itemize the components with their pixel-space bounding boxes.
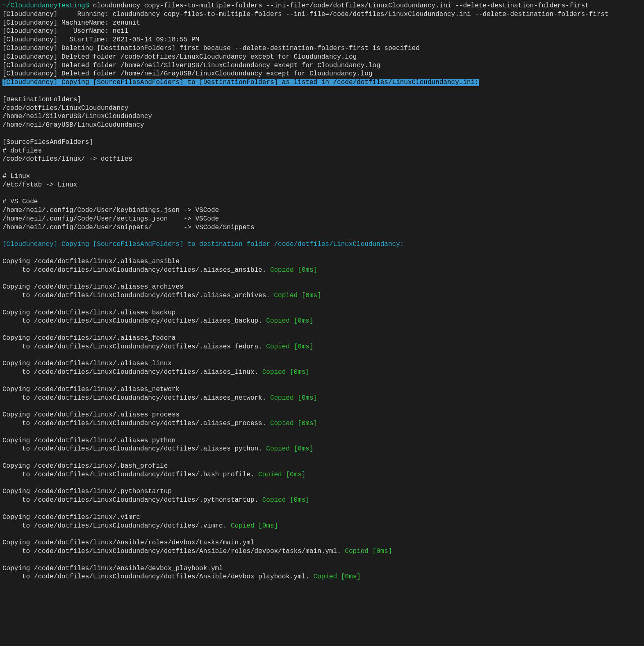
copy-header: [Cloudundancy] Copying [SourceFilesAndFo… (2, 241, 404, 248)
copy-result: Copied [0ms] (262, 368, 309, 376)
log-line: [Cloudundancy] MachineName: zenunit (2, 19, 140, 27)
log-line: [Cloudundancy] Deleted folder /code/dotf… (2, 53, 357, 61)
prompt-path: ~/CloudundancyTesting (2, 2, 85, 9)
copy-result: Copied [0ms] (274, 292, 321, 299)
log-line: /code/dotfiles/LinuxCloudundancy (2, 105, 128, 112)
log-line: [Cloudundancy] Deleted folder /home/neil… (2, 70, 373, 77)
log-line: /home/neil/.config/Code/User/settings.js… (2, 215, 219, 223)
log-line: [Cloudundancy] Deleted folder /home/neil… (2, 62, 380, 69)
copy-result: Copied [0ms] (258, 471, 305, 478)
copy-result: Copied [0ms] (266, 343, 313, 350)
copy-result: Copied [0ms] (270, 420, 317, 427)
log-line: /home/neil/GrayUSB/LinuxCloudundancy (2, 121, 144, 129)
log-line: [DestinationFolders] (2, 96, 81, 103)
log-line: [Cloudundancy] Running: cloudundancy cop… (2, 11, 609, 18)
copy-result: Copied [0ms] (262, 496, 309, 504)
log-highlight: [Cloudundancy] Copying [SourceFilesAndFo… (2, 79, 479, 86)
log-line: [Cloudundancy] Deleting [DestinationFold… (2, 45, 420, 52)
command-text: cloudundancy copy-files-to-multiple-fold… (93, 2, 589, 9)
log-line: # Linux (2, 173, 30, 180)
log-line: /etc/fstab -> Linux (2, 181, 77, 189)
copy-result: Copied [0ms] (231, 522, 278, 530)
prompt-dollar: $ (85, 2, 93, 9)
copy-result: Copied [0ms] (266, 445, 313, 453)
log-line: # VS Code (2, 198, 38, 205)
log-line: [SourceFilesAndFolders] (2, 139, 93, 146)
log-line: /home/neil/.config/Code/User/keybindings… (2, 207, 219, 214)
copy-result: Copied [0ms] (345, 548, 392, 555)
log-line: /home/neil/SilverUSB/LinuxCloudundancy (2, 113, 152, 120)
copy-result: Copied [0ms] (270, 266, 317, 274)
copy-result: Copied [0ms] (314, 573, 361, 580)
log-line: /home/neil/.config/Code/User/snippets/ -… (2, 224, 255, 231)
log-line: [Cloudundancy] StartTime: 2021-08-14 09:… (2, 36, 199, 43)
log-line: [Cloudundancy] UserName: neil (2, 27, 128, 35)
log-line: /code/dotfiles/linux/ -> dotfiles (2, 155, 132, 163)
copy-result: Copied [0ms] (270, 394, 317, 402)
log-line: # dotfiles (2, 147, 42, 155)
copy-list: Copying /code/dotfiles/linux/.aliases_an… (2, 249, 642, 581)
copy-result: Copied [0ms] (266, 317, 313, 325)
terminal-output[interactable]: ~/CloudundancyTesting$ cloudundancy copy… (0, 0, 644, 583)
